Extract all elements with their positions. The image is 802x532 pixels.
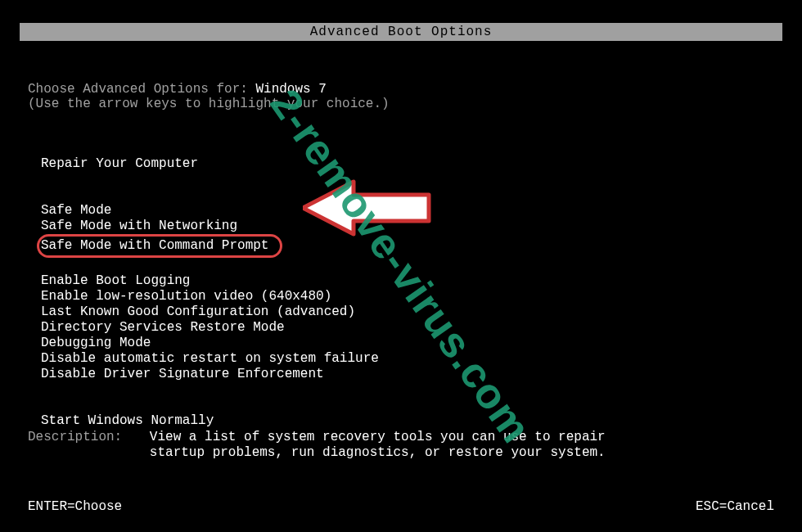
option-last-known-good[interactable]: Last Known Good Configuration (advanced)	[41, 304, 774, 320]
os-name: Windows 7	[255, 82, 326, 97]
description-text: View a list of system recovery tools you…	[150, 430, 608, 461]
option-low-res-video[interactable]: Enable low-resolution video (640x480)	[41, 289, 774, 304]
boot-options-screen: Advanced Boot Options Choose Advanced Op…	[0, 0, 802, 532]
footer-esc: ESC=Cancel	[696, 499, 774, 514]
option-safe-mode[interactable]: Safe Mode	[41, 203, 774, 219]
highlighted-option: Safe Mode with Command Prompt	[37, 234, 282, 258]
hint-line: (Use the arrow keys to highlight your ch…	[28, 97, 774, 111]
option-disable-driver-sig[interactable]: Disable Driver Signature Enforcement	[41, 367, 774, 382]
content-area: Choose Advanced Options for: Windows 7 (…	[20, 41, 782, 429]
description-label: Description:	[28, 430, 122, 444]
footer-enter: ENTER=Choose	[28, 499, 122, 514]
option-boot-logging[interactable]: Enable Boot Logging	[41, 273, 774, 289]
footer: ENTER=Choose ESC=Cancel	[0, 499, 802, 514]
option-safe-mode-cmd[interactable]: Safe Mode with Command Prompt	[41, 234, 774, 258]
option-directory-services-restore[interactable]: Directory Services Restore Mode	[41, 320, 774, 336]
option-repair-computer[interactable]: Repair Your Computer	[41, 156, 774, 172]
choose-prefix: Choose Advanced Options for:	[28, 82, 255, 97]
option-debugging-mode[interactable]: Debugging Mode	[41, 336, 774, 351]
option-start-normally[interactable]: Start Windows Normally	[41, 413, 774, 429]
title-bar: Advanced Boot Options	[20, 23, 782, 41]
screen-title: Advanced Boot Options	[310, 25, 493, 39]
options-list: Repair Your Computer Safe Mode Safe Mode…	[28, 156, 774, 429]
option-disable-auto-restart[interactable]: Disable automatic restart on system fail…	[41, 351, 774, 367]
description-block: Description: View a list of system recov…	[28, 430, 608, 461]
option-safe-mode-networking[interactable]: Safe Mode with Networking	[41, 219, 774, 234]
choose-line: Choose Advanced Options for: Windows 7	[28, 82, 774, 97]
